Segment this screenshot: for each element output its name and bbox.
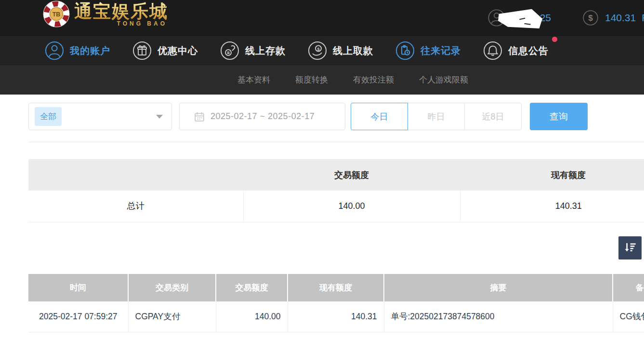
subnav-item-valid-bets[interactable]: 有效投注额 — [353, 74, 394, 85]
quick-range-last8days[interactable]: 近8日 — [464, 103, 522, 130]
records-header-current-balance: 现有额度 — [288, 274, 384, 301]
content: 全部 2025-02-17 ~ 2025-02-17 今日 昨日 近8日 查询 — [0, 95, 644, 341]
user-icon — [45, 41, 64, 60]
page: TB 通宝娱乐城 TONG BAO 25 $ — [0, 0, 644, 341]
nav-label: 线上存款 — [245, 44, 286, 57]
summary-header-current-balance: 现有额度 — [460, 159, 644, 191]
username-visible-text: 25 — [540, 12, 551, 24]
table-row: 2025-02-17 07:59:27 CGPAY支付 140.00 140.3… — [28, 301, 644, 332]
sort-descending-icon — [623, 241, 637, 255]
search-button[interactable]: 查询 — [530, 103, 588, 130]
nav-item-my-account[interactable]: 我的账户 — [45, 41, 110, 60]
quick-range-group: 今日 昨日 近8日 — [351, 103, 522, 130]
username: 25 — [506, 7, 551, 28]
balance-suffix: R — [642, 12, 644, 24]
record-transaction-amount: 140.00 — [216, 301, 288, 332]
summary-total-label: 总计 — [28, 191, 243, 222]
brand-logo[interactable]: TB 通宝娱乐城 TONG BAO — [42, 0, 168, 28]
records-header-note: 备注 — [613, 274, 644, 301]
poker-chip-icon: TB — [42, 0, 70, 28]
main-nav: 我的账户 优惠中心 线上存款 $ 线上取款 — [0, 36, 644, 65]
brand-subtitle: TONG BAO — [117, 20, 167, 27]
record-note: CG钱包 — [613, 301, 644, 332]
record-type: CGPAY支付 — [128, 301, 216, 332]
chevron-down-icon — [156, 115, 163, 119]
nav-label: 线上取款 — [333, 44, 373, 57]
quick-range-today[interactable]: 今日 — [351, 103, 408, 130]
selected-category-tag[interactable]: 全部 — [35, 107, 62, 126]
nav-label: 信息公告 — [508, 44, 549, 57]
records-header-type: 交易类别 — [128, 274, 216, 301]
date-range-input[interactable]: 2025-02-17 ~ 2025-02-17 — [179, 103, 345, 130]
records-icon — [395, 41, 415, 60]
nav-label: 往来记录 — [421, 44, 461, 57]
balance-amount: 140.31 — [605, 12, 636, 24]
svg-text:$: $ — [588, 14, 593, 23]
summary-header-row: 交易额度 现有额度 — [28, 159, 644, 191]
nav-label: 我的账户 — [70, 44, 110, 57]
sort-button[interactable] — [618, 236, 642, 259]
nav-item-announcements[interactable]: 信息公告 — [483, 41, 549, 60]
summary-total-row: 总计 140.00 140.31 — [28, 191, 644, 222]
withdraw-icon: $ — [308, 41, 327, 60]
gift-icon — [132, 41, 152, 60]
nav-item-promotions[interactable]: 优惠中心 — [132, 41, 198, 60]
record-time: 2025-02-17 07:59:27 — [28, 301, 128, 332]
summary-table: 交易额度 现有额度 总计 140.00 140.31 — [28, 159, 644, 222]
subnav-item-game-limits[interactable]: 个人游戏限额 — [419, 74, 468, 85]
summary-header-empty — [28, 159, 243, 191]
summary-total-transaction-amount: 140.00 — [243, 191, 460, 222]
records-header-summary: 摘要 — [384, 274, 613, 301]
summary-total-current-balance: 140.31 — [460, 191, 644, 222]
record-summary: 单号:202502173874578600 — [384, 301, 613, 332]
subnav-item-credit-transfer[interactable]: 额度转换 — [295, 74, 328, 85]
notification-badge-dot — [552, 37, 557, 42]
category-select[interactable]: 全部 — [28, 103, 172, 130]
nav-label: 优惠中心 — [158, 44, 198, 57]
nav-item-transaction-records[interactable]: 往来记录 — [395, 41, 461, 60]
svg-text:$: $ — [317, 47, 319, 52]
records-table: 时间 交易类别 交易额度 现有额度 摘要 备注 2025-02-17 07:59… — [28, 274, 644, 332]
bell-icon — [483, 41, 502, 60]
svg-text:TB: TB — [53, 11, 61, 18]
quick-range-yesterday[interactable]: 昨日 — [407, 103, 465, 130]
subnav-item-basic-info[interactable]: 基本资料 — [237, 74, 270, 85]
divider — [28, 142, 644, 142]
summary-header-transaction-amount: 交易额度 — [243, 159, 460, 191]
date-range-value: 2025-02-17 ~ 2025-02-17 — [210, 111, 315, 122]
records-header-transaction-amount: 交易额度 — [216, 274, 288, 301]
user-account[interactable]: 25 — [487, 7, 551, 28]
brand-title: 通宝娱乐城 — [74, 0, 168, 23]
records-header-row: 时间 交易类别 交易额度 现有额度 摘要 备注 — [28, 274, 644, 301]
dollar-icon: $ — [582, 9, 599, 27]
balance[interactable]: $ 140.31 R — [582, 7, 644, 28]
record-current-balance: 140.31 — [288, 301, 384, 332]
topbar: TB 通宝娱乐城 TONG BAO 25 $ — [0, 0, 644, 36]
deposit-icon — [220, 41, 239, 60]
calendar-icon — [194, 111, 205, 122]
nav-item-withdraw[interactable]: $ 线上取款 — [308, 41, 373, 60]
brand-text: 通宝娱乐城 TONG BAO — [74, 0, 168, 23]
sub-nav: 基本资料 额度转换 有效投注额 个人游戏限额 — [0, 65, 644, 95]
nav-item-deposit[interactable]: 线上存款 — [220, 41, 286, 60]
records-header-time: 时间 — [28, 274, 128, 301]
